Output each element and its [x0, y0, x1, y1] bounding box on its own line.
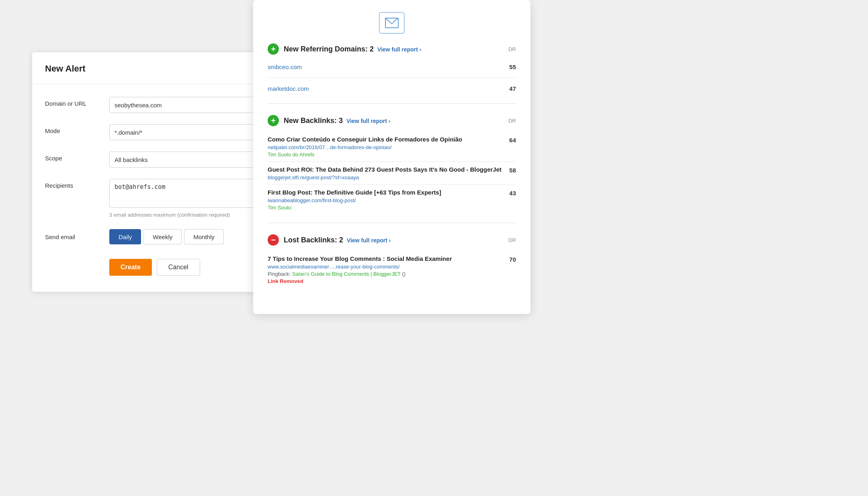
lost-dr-header: DR — [508, 237, 516, 243]
lost-dr-1: 70 — [509, 255, 516, 263]
lost-item-1: 7 Tips to Increase Your Blog Comments : … — [268, 251, 516, 288]
backlink-dr-3: 43 — [509, 189, 516, 197]
new-referring-domains-section: + New Referring Domains: 2 View full rep… — [268, 43, 516, 104]
email-preview-panel: + New Referring Domains: 2 View full rep… — [253, 0, 530, 314]
mode-control: *.domain/* domain/* *.domain domain exac… — [109, 124, 268, 140]
lost-report-link[interactable]: View full report › — [347, 237, 391, 244]
domain-input[interactable] — [109, 97, 268, 113]
referring-domains-dr-header: DR — [508, 46, 516, 52]
email-icon-wrap — [268, 12, 516, 34]
backlink-content-3: First Blog Post: The Definitive Guide [+… — [268, 189, 441, 211]
domain-item-smbceo: smbceo.com 55 — [268, 60, 516, 74]
frequency-group: Daily Weekly Monthly — [109, 229, 226, 244]
backlink-item-3: First Blog Post: The Definitive Guide [+… — [268, 185, 516, 215]
backlink-row-1: Como Criar Conteúdo e Conseguir Links de… — [268, 136, 516, 158]
lost-content-1: 7 Tips to Increase Your Blog Comments : … — [268, 255, 452, 284]
backlink-content-2: Guest Post ROI: The Data Behind 273 Gues… — [268, 166, 502, 180]
referring-domains-report-link[interactable]: View full report › — [377, 46, 421, 53]
scope-control: All backlinks New backlinks Lost backlin… — [109, 152, 268, 168]
freq-weekly-button[interactable]: Weekly — [143, 229, 182, 244]
scope-row: Scope All backlinks New backlinks Lost b… — [45, 152, 268, 168]
recipients-control: bot@ahrefs.com 3 email addresses maximum… — [109, 179, 268, 218]
new-backlinks-section: + New Backlinks: 3 View full report › DR… — [268, 115, 516, 223]
referring-domains-header: + New Referring Domains: 2 View full rep… — [268, 43, 516, 55]
divider — [268, 78, 516, 78]
lost-row-1: 7 Tips to Increase Your Blog Comments : … — [268, 255, 516, 284]
backlink-author-1: Tim Suolo do Ahrefs — [268, 152, 462, 158]
backlinks-title: New Backlinks: 3 View full report › — [284, 117, 391, 125]
backlink-title-3: First Blog Post: The Definitive Guide [+… — [268, 189, 441, 196]
backlink-dr-1: 64 — [509, 136, 516, 143]
email-icon — [385, 18, 399, 28]
domain-label: Domain or URL — [45, 97, 109, 107]
action-row: Create Cancel — [45, 259, 268, 276]
backlink-content-1: Como Criar Conteúdo e Conseguir Links de… — [268, 136, 462, 158]
lost-item-removed-1: Link Removed — [268, 278, 452, 284]
lost-backlinks-section: − Lost Backlinks: 2 View full report › D… — [268, 234, 516, 288]
domain-dr-marketdoc: 47 — [509, 85, 516, 92]
backlink-title-1: Como Criar Conteúdo e Conseguir Links de… — [268, 136, 462, 143]
backlink-author-3: Tim Soulo: — [268, 205, 441, 211]
email-icon-box — [379, 12, 405, 34]
backlinks-header: + New Backlinks: 3 View full report › DR — [268, 115, 516, 126]
alert-panel-title: New Alert — [45, 64, 268, 74]
plus-icon: + — [268, 43, 279, 55]
send-email-row: Send email Daily Weekly Monthly — [45, 229, 268, 244]
backlink-url-1[interactable]: neilpatel.com/br/2016/07…de-formadores-d… — [268, 144, 462, 150]
lost-item-title-1: 7 Tips to Increase Your Blog Comments : … — [268, 255, 452, 262]
scope-label: Scope — [45, 152, 109, 162]
backlink-url-2[interactable]: bloggerjet.stfi.re/guest-post/?sf=xoaaya — [268, 174, 502, 180]
recipients-label: Recipients — [45, 179, 109, 189]
domain-row: Domain or URL — [45, 97, 268, 113]
mode-row: Mode *.domain/* domain/* *.domain domain… — [45, 124, 268, 140]
backlink-title-2: Guest Post ROI: The Data Behind 273 Gues… — [268, 166, 502, 173]
backlink-item-1: Como Criar Conteúdo e Conseguir Links de… — [268, 132, 516, 162]
lost-item-url-1[interactable]: www.socialmediaexaminer….rease-your-blog… — [268, 264, 452, 270]
domain-link-smbceo[interactable]: smbceo.com — [268, 64, 302, 70]
new-alert-panel: New Alert Domain or URL Mode *.domain/* … — [32, 52, 281, 292]
cancel-button[interactable]: Cancel — [157, 259, 200, 276]
freq-monthly-button[interactable]: Monthly — [184, 229, 224, 244]
alert-form: Domain or URL Mode *.domain/* domain/* *… — [32, 84, 281, 276]
minus-icon: − — [268, 234, 279, 246]
backlink-row-2: Guest Post ROI: The Data Behind 273 Gues… — [268, 166, 516, 180]
plus-icon-backlinks: + — [268, 115, 279, 126]
create-button[interactable]: Create — [109, 259, 152, 276]
send-email-label: Send email — [45, 234, 109, 240]
alert-panel-header: New Alert — [32, 52, 281, 84]
referring-domains-title: New Referring Domains: 2 View full repor… — [284, 45, 422, 53]
scope-select[interactable]: All backlinks New backlinks Lost backlin… — [109, 152, 268, 168]
lost-item-pingback-1: Pingback: Satan's Guide to Blog Comments… — [268, 271, 452, 277]
recipients-row: Recipients bot@ahrefs.com 3 email addres… — [45, 179, 268, 218]
domain-control — [109, 97, 268, 113]
mode-label: Mode — [45, 124, 109, 134]
backlink-item-2: Guest Post ROI: The Data Behind 273 Gues… — [268, 162, 516, 185]
backlinks-dr-header: DR — [508, 118, 516, 124]
recipients-textarea[interactable]: bot@ahrefs.com — [109, 179, 268, 208]
pingback-link: Satan's Guide to Blog Comments | Blogger… — [292, 271, 401, 277]
domain-link-marketdoc[interactable]: marketdoc.com — [268, 85, 309, 92]
freq-daily-button[interactable]: Daily — [109, 229, 141, 244]
domain-item-marketdoc: marketdoc.com 47 — [268, 82, 516, 95]
lost-header: − Lost Backlinks: 2 View full report › D… — [268, 234, 516, 246]
recipients-hint: 3 email addresses maximum (confirmation … — [109, 212, 268, 218]
backlink-row-3: First Blog Post: The Definitive Guide [+… — [268, 189, 516, 211]
lost-title: Lost Backlinks: 2 View full report › — [284, 236, 391, 244]
mode-select[interactable]: *.domain/* domain/* *.domain domain exac… — [109, 124, 268, 140]
domain-dr-smbceo: 55 — [509, 64, 516, 70]
backlinks-report-link[interactable]: View full report › — [346, 118, 390, 124]
backlink-dr-2: 58 — [509, 166, 516, 174]
backlink-url-3[interactable]: iwannabeablogger.com/first-blog-post/ — [268, 197, 441, 203]
